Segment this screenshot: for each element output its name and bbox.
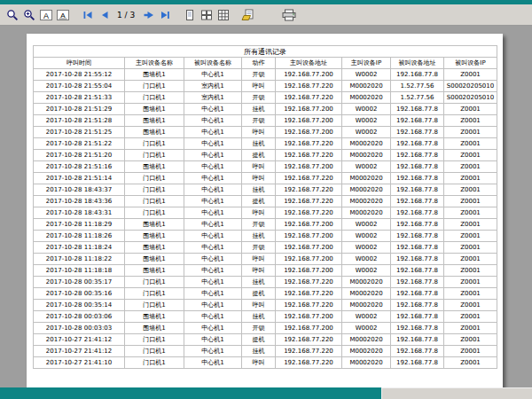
table-cell: 192.168.77.8 bbox=[391, 357, 444, 369]
last-page-icon[interactable] bbox=[156, 6, 173, 23]
table-row: 2017-10-27 21:41:10门口机1中心机1呼叫192.168.77.… bbox=[34, 357, 497, 369]
table-cell: W0002 bbox=[342, 69, 391, 81]
table-row: 2017-10-28 11:18:24围墙机1中心机1开锁192.168.77.… bbox=[34, 242, 497, 254]
table-cell: 192.168.77.220 bbox=[276, 196, 342, 207]
column-header: 主叫设备IP bbox=[342, 58, 391, 69]
table-cell: 192.168.77.220 bbox=[276, 138, 342, 150]
table-row: 2017-10-28 21:51:29围墙机1中心机1挂机192.168.77.… bbox=[34, 104, 497, 115]
table-cell: 中心机1 bbox=[184, 277, 242, 288]
table-row: 2017-10-28 21:51:33门口机1室内机1开锁192.168.77.… bbox=[34, 92, 497, 104]
records-table-header-row: 呼叫时间主叫设备名称被叫设备名称动作主叫设备地址主叫设备IP被叫设备地址被叫设备… bbox=[34, 58, 497, 69]
table-cell: 1.52.77.56 bbox=[391, 81, 444, 92]
table-cell: 192.168.77.8 bbox=[391, 138, 444, 150]
table-cell: 开锁 bbox=[242, 92, 276, 104]
single-page-view-icon[interactable] bbox=[181, 6, 198, 23]
table-cell: 围墙机1 bbox=[125, 104, 184, 115]
preview-area[interactable]: 所有通讯记录 呼叫时间主叫设备名称被叫设备名称动作主叫设备地址主叫设备IP被叫设… bbox=[0, 27, 532, 387]
open-file-icon[interactable] bbox=[239, 6, 256, 23]
table-cell: 192.168.77.8 bbox=[391, 184, 444, 196]
zoom-in-icon[interactable] bbox=[20, 6, 37, 23]
table-cell: 2017-10-28 11:18:22 bbox=[34, 254, 125, 265]
report-title-row: 所有通讯记录 bbox=[34, 46, 497, 58]
table-row: 2017-10-28 18:43:31门口机1中心机1呼叫192.168.77.… bbox=[34, 207, 497, 219]
column-header: 主叫设备地址 bbox=[276, 58, 342, 69]
print-icon[interactable] bbox=[280, 6, 297, 23]
table-cell: 门口机1 bbox=[125, 300, 184, 311]
table-cell: 中心机1 bbox=[184, 242, 242, 254]
table-cell: 围墙机1 bbox=[125, 311, 184, 323]
table-cell: 围墙机1 bbox=[125, 69, 184, 81]
table-row: 2017-10-28 21:51:16围墙机1中心机1呼叫192.168.77.… bbox=[34, 161, 497, 173]
table-cell: 挂机 bbox=[242, 311, 276, 323]
thumbnail-view-icon[interactable] bbox=[215, 6, 231, 23]
table-cell: 中心机1 bbox=[184, 357, 242, 369]
table-cell: 提机 bbox=[242, 288, 276, 300]
table-cell: Z0001 bbox=[444, 69, 497, 81]
records-table-body: 2017-10-28 21:55:12围墙机1中心机1开锁192.168.77.… bbox=[34, 69, 497, 369]
table-cell: 192.168.77.200 bbox=[276, 265, 342, 277]
table-cell: 192.168.77.8 bbox=[391, 207, 444, 219]
table-cell: 中心机1 bbox=[184, 150, 242, 161]
table-cell: M0002020 bbox=[342, 196, 391, 207]
multi-page-view-icon[interactable] bbox=[198, 6, 215, 23]
table-cell: 2017-10-28 21:55:04 bbox=[34, 81, 125, 92]
table-cell: 中心机1 bbox=[184, 219, 242, 231]
table-cell: 围墙机1 bbox=[125, 323, 184, 334]
table-cell: 中心机1 bbox=[184, 173, 242, 184]
table-cell: 围墙机1 bbox=[125, 254, 184, 265]
table-cell: 挂机 bbox=[242, 277, 276, 288]
table-cell: 门口机1 bbox=[125, 81, 184, 92]
table-cell: W0002 bbox=[342, 219, 391, 231]
table-cell: Z0001 bbox=[444, 127, 497, 138]
table-cell: 中心机1 bbox=[184, 323, 242, 334]
next-page-icon[interactable] bbox=[139, 6, 156, 23]
table-cell: 开锁 bbox=[242, 242, 276, 254]
table-row: 2017-10-28 21:55:04门口机1室内机1呼叫192.168.77.… bbox=[34, 81, 497, 92]
table-cell: Z0001 bbox=[444, 300, 497, 311]
table-cell: 中心机1 bbox=[184, 104, 242, 115]
table-cell: 192.168.77.8 bbox=[391, 69, 444, 81]
table-cell: Z0001 bbox=[444, 334, 497, 346]
table-cell: M0002020 bbox=[342, 334, 391, 346]
table-cell: 围墙机1 bbox=[125, 231, 184, 242]
table-cell: 2017-10-28 00:35:14 bbox=[34, 300, 125, 311]
table-cell: 中心机1 bbox=[184, 346, 242, 357]
table-cell: 192.168.77.220 bbox=[276, 357, 342, 369]
table-cell: 呼叫 bbox=[242, 300, 276, 311]
first-page-icon[interactable] bbox=[79, 6, 96, 23]
table-cell: 192.168.77.200 bbox=[276, 219, 342, 231]
table-cell: W0002 bbox=[342, 242, 391, 254]
table-cell: Z0001 bbox=[444, 254, 497, 265]
table-row: 2017-10-27 21:41:12门口机1中心机1挂机192.168.77.… bbox=[34, 346, 497, 357]
column-header: 被叫设备IP bbox=[444, 58, 497, 69]
table-cell: 192.168.77.220 bbox=[276, 150, 342, 161]
table-cell: 192.168.77.200 bbox=[276, 115, 342, 127]
table-cell: 挂机 bbox=[242, 138, 276, 150]
table-cell: 2017-10-27 21:41:12 bbox=[34, 334, 125, 346]
table-row: 2017-10-28 21:51:22门口机1中心机1挂机192.168.77.… bbox=[34, 138, 497, 150]
table-cell: 呼叫 bbox=[242, 254, 276, 265]
table-cell: 开锁 bbox=[242, 219, 276, 231]
table-cell: 2017-10-28 21:51:20 bbox=[34, 150, 125, 161]
table-cell: M0002020 bbox=[342, 207, 391, 219]
table-cell: 门口机1 bbox=[125, 207, 184, 219]
fit-width-icon[interactable]: A bbox=[54, 6, 71, 23]
table-cell: 192.168.77.8 bbox=[391, 265, 444, 277]
prev-page-icon[interactable] bbox=[96, 6, 113, 23]
table-cell: Z0001 bbox=[444, 207, 497, 219]
table-cell: 192.168.77.220 bbox=[276, 207, 342, 219]
table-cell: 呼叫 bbox=[242, 207, 276, 219]
fit-page-icon[interactable]: A bbox=[37, 6, 54, 23]
table-cell: 2017-10-28 21:55:12 bbox=[34, 69, 125, 81]
table-cell: 192.168.77.220 bbox=[276, 173, 342, 184]
page-indicator: 1 / 3 bbox=[117, 11, 135, 20]
table-cell: 呼叫 bbox=[242, 173, 276, 184]
zoom-icon[interactable] bbox=[4, 6, 20, 23]
table-cell: M0002020 bbox=[342, 184, 391, 196]
report-title: 所有通讯记录 bbox=[34, 46, 497, 58]
table-cell: 1.52.77.56 bbox=[391, 92, 444, 104]
table-cell: 中心机1 bbox=[184, 254, 242, 265]
table-cell: Z0001 bbox=[444, 357, 497, 369]
table-cell: 192.168.77.8 bbox=[391, 334, 444, 346]
table-cell: 围墙机1 bbox=[125, 161, 184, 173]
